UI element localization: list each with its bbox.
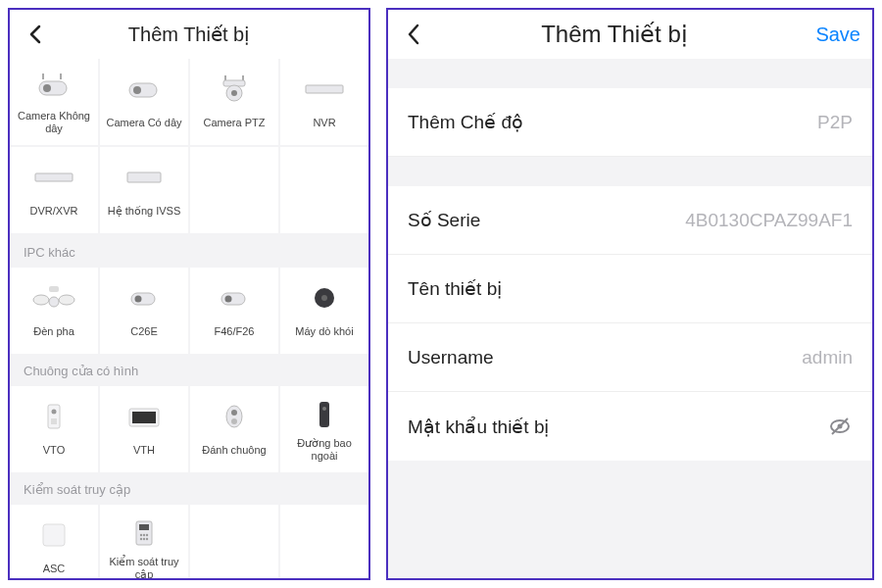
catalog-header: Thêm Thiết bị: [10, 10, 368, 59]
device-tile-dvr-xvr[interactable]: DVR/XVR: [10, 147, 98, 233]
device-tile-access[interactable]: Kiểm soát truy cập: [100, 505, 188, 578]
row-label: Username: [408, 347, 494, 368]
tile-label: DVR/XVR: [26, 200, 82, 221]
door-panel-icon: [30, 398, 77, 433]
device-tile-cam-ptz[interactable]: Camera PTZ: [190, 59, 278, 145]
tile-label: VTH: [129, 439, 159, 461]
save-button[interactable]: Save: [802, 24, 860, 46]
svg-point-37: [140, 534, 142, 536]
device-tile-asc[interactable]: ASC: [10, 505, 98, 578]
tile-label: F46/F26: [211, 320, 259, 342]
svg-point-5: [133, 86, 141, 94]
svg-point-10: [231, 90, 237, 96]
svg-point-39: [146, 534, 148, 536]
form-title: Thêm Thiết bị: [427, 21, 802, 48]
tile-empty: [190, 505, 278, 578]
form-body: Thêm Chế độ P2P Số Serie 4B0130CPAZ99AF1…: [388, 59, 872, 578]
row-value: 4B0130CPAZ99AF1: [685, 210, 853, 231]
box-long-icon: [30, 159, 77, 194]
row-value: P2P: [817, 112, 853, 133]
svg-point-16: [59, 295, 74, 305]
device-tile-nvr[interactable]: NVR: [280, 59, 368, 145]
svg-point-17: [49, 297, 59, 307]
svg-rect-26: [51, 418, 57, 424]
device-catalog-panel: Thêm Thiết bị Camera Không dâyCamera Có …: [8, 8, 370, 580]
back-button[interactable]: [400, 21, 427, 48]
svg-rect-28: [132, 412, 156, 423]
catalog-title: Thêm Thiết bị: [49, 23, 329, 46]
square-panel-icon: [30, 516, 77, 552]
tile-label: Máy dò khói: [291, 320, 357, 342]
chevron-left-icon: [406, 23, 421, 46]
device-tile-outdoor[interactable]: Đường bao ngoài: [280, 386, 368, 472]
device-tile-cam-wireless[interactable]: Camera Không dây: [10, 59, 98, 145]
device-grid-main: Camera Không dâyCamera Có dâyCamera PTZN…: [10, 59, 368, 235]
section-header: Chuông cửa có hình: [10, 354, 368, 386]
device-grid: ASCKiểm soát truy cập: [10, 505, 368, 578]
device-tile-vto[interactable]: VTO: [10, 386, 98, 472]
row-label: Thêm Chế độ: [408, 111, 523, 133]
row-username[interactable]: Username admin: [388, 323, 872, 392]
tile-label: Đèn pha: [29, 320, 78, 342]
eye-off-icon[interactable]: [827, 414, 853, 439]
tile-label: Đường bao ngoài: [280, 437, 368, 462]
row-password[interactable]: Mật khẩu thiết bị: [388, 392, 872, 461]
tile-label: Camera Không dây: [10, 110, 98, 134]
svg-rect-34: [43, 524, 65, 546]
svg-point-40: [140, 538, 142, 540]
device-tile-floodlight[interactable]: Đèn pha: [10, 268, 98, 354]
tile-label: VTO: [39, 439, 69, 461]
svg-point-19: [135, 296, 142, 303]
svg-point-25: [52, 410, 57, 415]
device-tile-doorbell[interactable]: Đánh chuông: [190, 386, 278, 472]
svg-rect-13: [127, 172, 161, 182]
bullet-cam-small-icon: [211, 279, 258, 315]
section-header: Kiểm soát truy cập: [10, 472, 368, 505]
tile-label: NVR: [309, 112, 339, 133]
svg-point-33: [322, 407, 326, 411]
device-tile-smoke[interactable]: Máy dò khói: [280, 268, 368, 354]
bell-round-icon: [211, 398, 258, 433]
svg-point-30: [231, 410, 237, 416]
ptz-cam-icon: [211, 71, 258, 106]
chevron-left-icon: [28, 24, 42, 44]
device-tile-ivss[interactable]: Hệ thống IVSS: [100, 147, 188, 233]
device-tile-vth[interactable]: VTH: [100, 386, 188, 472]
device-grid: Đèn phaC26EF46/F26Máy dò khói: [10, 268, 368, 354]
row-label: Tên thiết bị: [408, 277, 502, 300]
svg-point-42: [146, 538, 148, 540]
tablet-icon: [121, 398, 168, 433]
catalog-scroll[interactable]: Camera Không dâyCamera Có dâyCamera PTZN…: [10, 59, 368, 578]
back-button[interactable]: [22, 21, 49, 48]
floodlight-icon: [30, 279, 77, 315]
row-value: admin: [802, 347, 853, 368]
box-flat-icon: [121, 159, 168, 194]
svg-rect-12: [35, 173, 73, 181]
row-serial[interactable]: Số Serie 4B0130CPAZ99AF1: [388, 186, 872, 255]
tile-label: Đánh chuông: [198, 439, 270, 461]
svg-point-3: [43, 84, 51, 92]
keypad-icon: [121, 514, 168, 550]
tile-label: C26E: [126, 320, 162, 342]
device-tile-f46-f26[interactable]: F46/F26: [190, 268, 278, 354]
tile-label: Camera Có dây: [102, 112, 185, 133]
svg-point-21: [225, 296, 232, 303]
row-label: Số Serie: [408, 209, 480, 231]
svg-rect-14: [49, 286, 59, 292]
row-device-name[interactable]: Tên thiết bị: [388, 255, 872, 323]
device-tile-cam-wired[interactable]: Camera Có dây: [100, 59, 188, 145]
svg-rect-36: [139, 524, 149, 530]
tile-label: Camera PTZ: [200, 112, 270, 133]
device-form-panel: Thêm Thiết bị Save Thêm Chế độ P2P Số Se…: [386, 8, 874, 580]
pillar-icon: [301, 396, 348, 431]
box-long-icon: [301, 71, 348, 106]
tile-label: Kiểm soát truy cập: [100, 556, 188, 578]
svg-point-23: [321, 295, 327, 301]
row-add-mode[interactable]: Thêm Chế độ P2P: [388, 88, 872, 157]
device-tile-c26e[interactable]: C26E: [100, 268, 188, 354]
svg-point-15: [33, 295, 49, 305]
section-header: IPC khác: [10, 235, 368, 268]
svg-rect-11: [306, 85, 343, 93]
svg-point-41: [143, 538, 145, 540]
svg-rect-24: [48, 405, 60, 428]
